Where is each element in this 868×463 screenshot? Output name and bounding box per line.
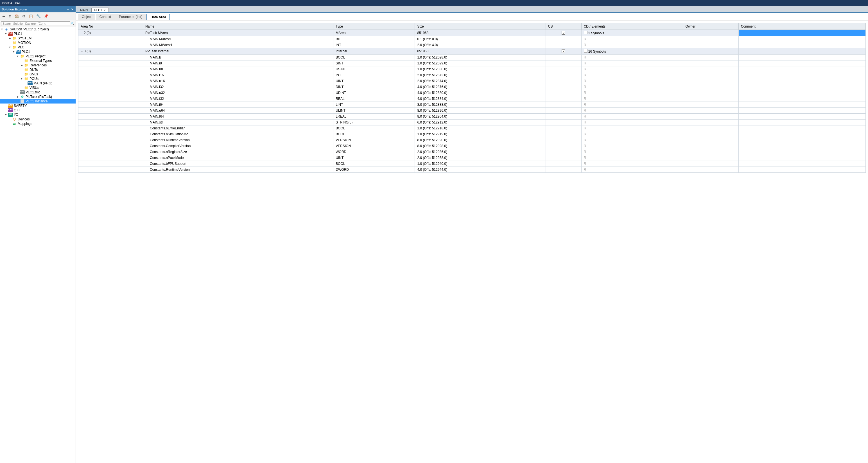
tree-item-externaltypes[interactable]: 📁External Types [0, 59, 75, 63]
se-toolbar: ⬅ ⬆ 🏠 ⚙ 📋 🔧 📌 [0, 12, 75, 20]
cell-size-11: 4.0 (Offs: 512884.0) [415, 96, 546, 102]
cell-area-1 [79, 36, 143, 42]
tree-arrow-plc1root[interactable]: ▼ [4, 32, 8, 35]
cell-comment-17 [738, 132, 865, 137]
tree-label-plc1: PLC1 [22, 50, 30, 54]
tree-item-plc1project[interactable]: ▼📁PLC1 Project [0, 54, 75, 59]
cd-r-7: R [584, 73, 586, 77]
tree-arrow-plc1project[interactable]: ▼ [16, 55, 20, 58]
tree-item-cpp[interactable]: C++C++ [0, 108, 75, 113]
se-close-icon[interactable]: ✕ [70, 8, 74, 11]
tree-arrow-plctask[interactable]: ▶ [16, 95, 20, 98]
tree-arrow-plc[interactable]: ▼ [8, 46, 12, 49]
cell-comment-10 [738, 90, 865, 96]
table-row: MAIN.u64ULINT8.0 (Offs: 512896.0)R [79, 108, 866, 114]
tab-plc1-close[interactable]: ✕ [103, 9, 106, 12]
col-header-name: Name [143, 23, 333, 30]
tree-icon-pous: 📁 [24, 77, 29, 81]
home-button[interactable]: 🏠 [13, 13, 20, 19]
table-row: Constants.bLittleEndianBOOL1.0 (Offs: 51… [79, 125, 866, 132]
back-button[interactable]: ⬅ [1, 13, 6, 19]
table-row: Constants.RuntimeVersionDWORD4.0 (Offs: … [79, 167, 866, 173]
settings-button[interactable]: ⚙ [21, 13, 27, 19]
table-row: MAIN.i16INT2.0 (Offs: 512872.0)R [79, 72, 866, 78]
cell-size-7: 2.0 (Offs: 512872.0) [415, 72, 546, 78]
cell-owner-0 [683, 30, 738, 36]
search-input[interactable] [1, 21, 70, 26]
cell-comment-11 [738, 96, 865, 102]
tree-arrow-references[interactable]: ▶ [20, 64, 24, 67]
table-row: MAIN.f64LREAL8.0 (Offs: 512904.0)R [79, 114, 866, 120]
tree-item-safety[interactable]: SAFSAFETY [0, 104, 75, 108]
cell-type-6: USINT [333, 66, 415, 72]
cell-type-17: BOOL [333, 132, 415, 137]
tree-item-motion[interactable]: 📁MOTION [0, 40, 75, 45]
cd-checkbox-0[interactable] [584, 31, 587, 34]
cd-r-23: R [584, 168, 586, 172]
cell-type-9: DINT [333, 84, 415, 90]
tree-item-duts[interactable]: 📁DUTs [0, 67, 75, 72]
clipboard-button[interactable]: 📋 [28, 13, 34, 19]
tree-item-references[interactable]: ▶📁References [0, 63, 75, 67]
cs-checkbox-0[interactable]: ✓ [562, 31, 565, 35]
tree-icon-references: 📁 [24, 63, 29, 67]
tree-item-plctask[interactable]: ▶⚙PlcTask (PlcTask) [0, 94, 75, 99]
sub-tab-object[interactable]: Object [78, 14, 95, 20]
tree-item-solution[interactable]: ▼◈Solution 'PLC1' (1 project) [0, 27, 75, 31]
tree-item-plc[interactable]: ▼📁PLC [0, 45, 75, 50]
tree-item-plc1[interactable]: ▼PLCPLC1 [0, 50, 75, 54]
forward-button[interactable]: ⬆ [7, 13, 13, 19]
sub-tab-dataArea[interactable]: Data Area [147, 14, 170, 20]
cell-owner-8 [683, 78, 738, 84]
tree-item-system[interactable]: ▶📁SYSTEM [0, 36, 75, 40]
se-pin-icon[interactable]: ─ [66, 8, 69, 11]
cd-r-17: R [584, 132, 586, 136]
cell-cs-2 [546, 42, 581, 48]
tree-icon-solution: ◈ [4, 27, 9, 31]
tree-item-mappings[interactable]: ⇄Mappings [0, 121, 75, 126]
tree-item-main[interactable]: PRGMAIN (PRG) [0, 81, 75, 86]
cell-name-1: MAIN.MXtest1 [143, 36, 333, 42]
title-bar: TwinCAT XAE [0, 0, 868, 6]
tree-item-pous[interactable]: ▼📁POUs [0, 77, 75, 81]
cell-comment-5 [738, 60, 865, 66]
tree-arrow-io[interactable]: ▼ [4, 113, 8, 116]
cd-r-5: R [584, 61, 586, 65]
tree-item-io[interactable]: ▼I/OI/O [0, 113, 75, 117]
cell-cs-8 [546, 78, 581, 84]
tree-label-plc: PLC [18, 45, 24, 49]
tree-arrow-pous[interactable]: ▼ [20, 77, 24, 80]
minus-btn-3[interactable]: − [81, 49, 83, 53]
minus-btn-0[interactable]: − [81, 31, 83, 35]
pin-button[interactable]: 📌 [43, 13, 50, 19]
sub-tab-parameter[interactable]: Parameter (Init) [115, 14, 146, 20]
cell-owner-23 [683, 167, 738, 173]
cell-name-7: MAIN.i16 [143, 72, 333, 78]
tree-arrow-system[interactable]: ▶ [8, 37, 12, 40]
cell-comment-21 [738, 155, 865, 161]
tab-main[interactable]: MAIN [77, 8, 91, 12]
table-row: Constants.nRegisterSizeWORD2.0 (Offs: 51… [79, 149, 866, 155]
se-header-icons: ─ ✕ [66, 8, 74, 11]
tree-item-visus[interactable]: 📁VISUs [0, 86, 75, 90]
cell-comment-12 [738, 102, 865, 108]
tree-arrow-solution[interactable]: ▼ [0, 28, 4, 31]
cell-cs-21 [546, 155, 581, 161]
tree-item-plc1instance[interactable]: ⬜PLC1 Instance [0, 99, 75, 104]
cell-size-1: 0.1 (Offs: 0.0) [415, 36, 546, 42]
cs-checkbox-3[interactable]: ✓ [562, 49, 565, 53]
tree-item-gvls[interactable]: 📁GVLs [0, 72, 75, 77]
cell-cd-7: R [581, 72, 683, 78]
tree-item-plc1root[interactable]: ▼PLCPLC1 [0, 31, 75, 36]
tree-icon-io: I/O [8, 113, 13, 117]
cell-type-16: BOOL [333, 125, 415, 132]
cd-checkbox-3[interactable] [584, 49, 587, 53]
tree-arrow-plc1[interactable]: ▼ [12, 50, 16, 53]
sub-tab-context[interactable]: Context [96, 14, 115, 20]
tab-plc1[interactable]: PLC1 ✕ [91, 8, 109, 12]
tree-item-devices[interactable]: ⬡Devices [0, 117, 75, 121]
tree-item-plc1tmc[interactable]: tmcPLC1.tmc [0, 90, 75, 94]
table-row: MAIN.MWtest1INT2.0 (Offs: 4.0)R [79, 42, 866, 48]
cell-name-0: PlcTask MArea [143, 30, 333, 36]
wrench-button[interactable]: 🔧 [35, 13, 42, 19]
